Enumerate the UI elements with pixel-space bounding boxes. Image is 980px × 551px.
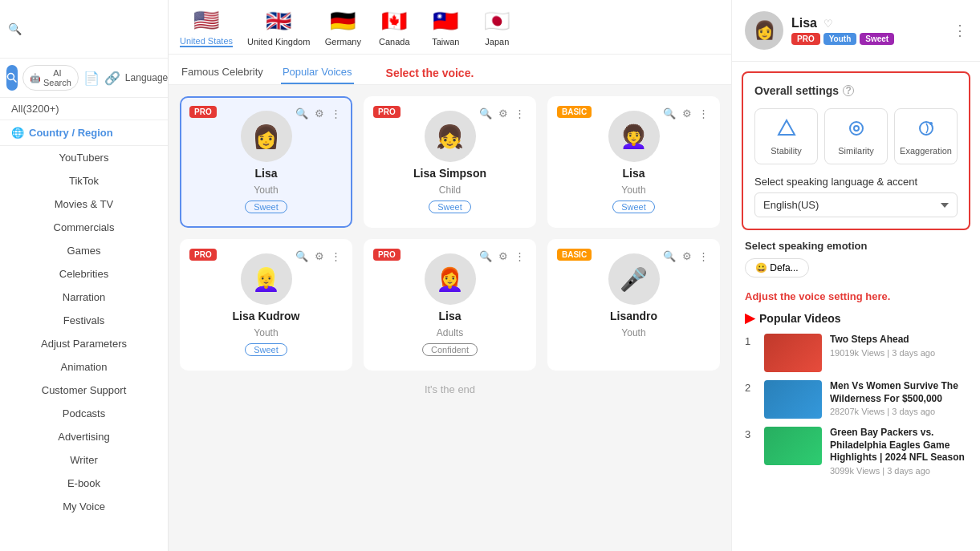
search-voice-btn[interactable]: 🔍 [294, 249, 310, 264]
voice-tag: Sweet [612, 201, 655, 213]
sidebar-nav: YouTubersTikTokMovies & TVCommercialsGam… [0, 146, 168, 518]
flag-icon: 🇩🇪 [324, 7, 361, 34]
badge-pro: PRO [373, 249, 401, 261]
sidebar-item-customer-support[interactable]: Customer Support [0, 379, 168, 402]
country-item-taiwan[interactable]: 🇹🇼 Taiwan [427, 7, 464, 47]
search-button[interactable] [6, 65, 18, 91]
more-voice-btn[interactable]: ⋮ [513, 249, 527, 264]
all-count[interactable]: All(3200+) [0, 98, 168, 120]
end-text: It's the end [180, 371, 720, 408]
sidebar-item-tiktok[interactable]: TikTok [0, 169, 168, 192]
card-actions: 🔍 ⚙ ⋮ [478, 106, 527, 121]
more-voice-btn[interactable]: ⋮ [329, 106, 343, 121]
sidebar-item-writer[interactable]: Writer [0, 448, 168, 472]
video-thumbnail [764, 427, 822, 465]
emotion-button[interactable]: 😀 Defa... [745, 258, 809, 278]
sidebar-item-e-book[interactable]: E-book [0, 472, 168, 495]
flag-icon: 🇯🇵 [478, 7, 515, 34]
select-annotation: Select the voice. [386, 67, 474, 79]
sidebar-item-games[interactable]: Games [0, 239, 168, 262]
voice-card-lisa-2[interactable]: BASIC 🔍 ⚙ ⋮ 👩‍🦱 Lisa Youth Sweet [547, 96, 720, 228]
voice-tab-famous-celebrity[interactable]: Famous Celebrity [180, 61, 265, 84]
sidebar-item-youtubers[interactable]: YouTubers [0, 146, 168, 169]
more-voice-btn[interactable]: ⋮ [513, 106, 527, 121]
voice-avatar: 👧 [425, 111, 476, 162]
voice-card-lisa-4[interactable]: PRO 🔍 ⚙ ⋮ 👩‍🦰 Lisa Adults Confident [364, 239, 536, 371]
more-voice-btn[interactable]: ⋮ [697, 249, 710, 264]
sidebar: 🔍 lisa Search lisa's name here. 🤖 AI Sea… [0, 0, 169, 551]
ai-search-button[interactable]: 🤖 AI Search [22, 65, 79, 91]
emotion-section: Select speaking emotion 😀 Defa... [732, 240, 980, 287]
country-region-item[interactable]: 🌐 Country / Region [0, 120, 168, 146]
sidebar-item-narration[interactable]: Narration [0, 286, 168, 309]
video-title: Men Vs Women Survive The Wilderness For … [830, 380, 967, 405]
video-meta: 19019k Views | 3 days ago [830, 348, 967, 358]
search-voice-btn[interactable]: 🔍 [478, 106, 494, 121]
language-label: Language: [125, 72, 169, 83]
video-info: Green Bay Packers vs. Philadelphia Eagle… [830, 427, 967, 476]
heart-icon[interactable]: ♡ [823, 18, 833, 30]
sidebar-item-celebrities[interactable]: Celebrities [0, 262, 168, 286]
video-item-0[interactable]: 1 Two Steps Ahead 19019k Views | 3 days … [745, 334, 967, 372]
voice-card-lisa-kudrow-3[interactable]: PRO 🔍 ⚙ ⋮ 👱‍♀️ Lisa Kudrow Youth Sweet [180, 239, 352, 371]
more-options-icon[interactable]: ⋮ [953, 22, 967, 39]
svg-marker-2 [779, 120, 795, 135]
voice-type: Youth [254, 184, 278, 196]
settings-voice-btn[interactable]: ⚙ [497, 106, 510, 121]
sidebar-item-movies-&-tv[interactable]: Movies & TV [0, 192, 168, 216]
search-voice-btn[interactable]: 🔍 [661, 106, 677, 121]
search-input[interactable]: lisa [26, 23, 161, 35]
more-voice-btn[interactable]: ⋮ [697, 106, 710, 121]
sidebar-item-adjust-parameters[interactable]: Adjust Parameters [0, 332, 168, 355]
voice-card-lisandro-5[interactable]: BASIC 🔍 ⚙ ⋮ 🎤 Lisandro Youth [547, 239, 720, 371]
video-info: Two Steps Ahead 19019k Views | 3 days ag… [830, 334, 967, 358]
voice-grid: PRO 🔍 ⚙ ⋮ 👩 Lisa Youth Sweet PRO 🔍 ⚙ ⋮ 👧… [180, 96, 720, 371]
country-item-canada[interactable]: 🇨🇦 Canada [376, 7, 413, 47]
settings-title: Overall settings ? [754, 84, 958, 97]
sidebar-item-festivals[interactable]: Festivals [0, 309, 168, 332]
svg-point-3 [850, 122, 863, 135]
setting-icon-similarity[interactable]: Similarity [824, 108, 888, 164]
country-item-germany[interactable]: 🇩🇪 Germany [324, 7, 361, 47]
settings-voice-btn[interactable]: ⚙ [313, 106, 326, 121]
language-accent-select[interactable]: English(US) [754, 192, 958, 217]
voice-card-lisa-0[interactable]: PRO 🔍 ⚙ ⋮ 👩 Lisa Youth Sweet [180, 96, 352, 228]
setting-icon-exaggeration[interactable]: Exaggeration [894, 108, 958, 164]
badge-basic: BASIC [557, 106, 592, 118]
search-voice-btn[interactable]: 🔍 [294, 106, 310, 121]
search-voice-btn[interactable]: 🔍 [478, 249, 494, 264]
similarity-icon [845, 117, 868, 142]
sidebar-item-animation[interactable]: Animation [0, 355, 168, 379]
sidebar-item-my-voice[interactable]: My Voice [0, 495, 168, 518]
profile-badge-pro: PRO [791, 33, 820, 45]
country-region-label: Country / Region [29, 127, 113, 139]
settings-voice-btn[interactable]: ⚙ [497, 249, 510, 264]
profile-badge-youth: Youth [823, 33, 857, 45]
sidebar-item-advertising[interactable]: Advertising [0, 425, 168, 448]
settings-voice-btn[interactable]: ⚙ [313, 249, 326, 264]
help-icon[interactable]: ? [843, 85, 854, 96]
voice-tab-popular-voices[interactable]: Popular Voices [281, 61, 354, 84]
video-info: Men Vs Women Survive The Wilderness For … [830, 380, 967, 416]
voice-avatar: 👩‍🦱 [608, 111, 660, 162]
settings-voice-btn[interactable]: ⚙ [681, 249, 693, 264]
more-voice-btn[interactable]: ⋮ [329, 249, 343, 264]
country-item-united-kingdom[interactable]: 🇬🇧 United Kingdom [247, 7, 310, 47]
voice-card-lisa-simpson-1[interactable]: PRO 🔍 ⚙ ⋮ 👧 Lisa Simpson Child Sweet [364, 96, 536, 228]
card-actions: 🔍 ⚙ ⋮ [294, 106, 343, 121]
country-item-japan[interactable]: 🇯🇵 Japan [478, 7, 515, 47]
voice-avatar: 👱‍♀️ [241, 253, 292, 305]
toolbar-row: 🤖 AI Search 📄 🔗 Language: All languages(… [0, 59, 168, 98]
voice-tabs: Famous CelebrityPopular Voices Select th… [169, 55, 731, 85]
video-number: 3 [745, 428, 756, 440]
video-item-1[interactable]: 2 Men Vs Women Survive The Wilderness Fo… [745, 380, 967, 419]
flag-icon: 🇹🇼 [427, 7, 464, 34]
video-item-2[interactable]: 3 Green Bay Packers vs. Philadelphia Eag… [745, 427, 967, 476]
search-voice-btn[interactable]: 🔍 [661, 249, 677, 264]
sidebar-item-podcasts[interactable]: Podcasts [0, 402, 168, 425]
popular-videos-label: Popular Videos [759, 312, 841, 325]
setting-icon-stability[interactable]: Stability [754, 108, 818, 164]
settings-voice-btn[interactable]: ⚙ [681, 106, 693, 121]
sidebar-item-commercials[interactable]: Commercials [0, 216, 168, 239]
country-item-united-states[interactable]: 🇺🇸 United States [180, 6, 233, 47]
